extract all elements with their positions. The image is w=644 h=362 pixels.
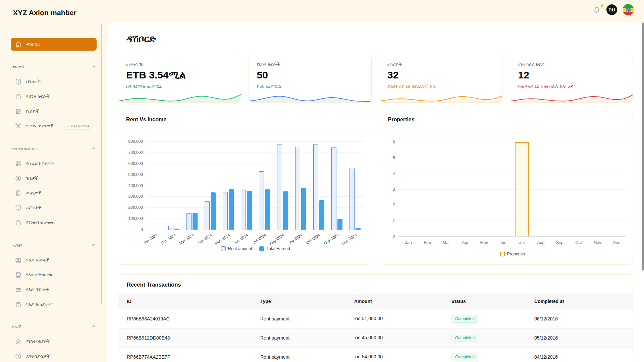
bar[interactable] (211, 192, 216, 230)
stat-subtext-label: ባጠቃላይ 12 ያልተከፈሉ አሉ (518, 84, 566, 89)
x-axis-tick-label: Aug (537, 240, 544, 245)
language-flag-button[interactable] (623, 4, 634, 15)
stat-value: 50 (257, 69, 364, 81)
bar-group: Dec (609, 142, 624, 236)
status-badge: Completed (451, 315, 478, 323)
main-scrollbar[interactable] (642, 22, 644, 270)
x-axis-tick-label: Apr (462, 240, 468, 245)
bar[interactable] (277, 144, 282, 230)
stat-label: ጠቅላላ ገቢ (126, 62, 233, 67)
bar-group: Jan-2024 (150, 141, 161, 230)
sidebar-item-label: ወጪዎች (26, 190, 41, 196)
y-axis-tick-label: 5 (393, 156, 395, 160)
transactions-title: Recent Transactions (118, 275, 633, 294)
charts-row: Rent Vs Income 0100,000200,000300,000400… (118, 110, 633, 265)
x-axis-tick-label: Jun (499, 240, 506, 245)
bar[interactable] (337, 219, 342, 230)
sidebar-section-others[interactable]: ሌሎች (11, 324, 97, 330)
stat-value: 12 (518, 69, 625, 81)
sidebar-item-label: ማስተካከያዎች (26, 339, 50, 344)
sidebar-item-label: ሪፖርቶች (26, 205, 41, 210)
sidebar-item-label: ህንጻዎች (26, 79, 41, 84)
recent-transactions-card: Recent Transactions ID Type Amount Statu… (118, 274, 633, 362)
bar[interactable] (193, 213, 198, 230)
bar-group: Jan (401, 142, 416, 236)
sidebar-item-activity[interactable]: እንቅስቃሴዎች (11, 350, 97, 362)
bar-group: Feb (420, 142, 434, 236)
sidebar-item-rent-payments[interactable]: የኪራይ ክፍያዎች (11, 157, 97, 170)
sidebar-item-building-units[interactable]: የህንጻ ክፍሎች (11, 90, 97, 103)
bar[interactable] (174, 229, 179, 230)
sidebar-section-warehouse[interactable]: መጋዘን (11, 242, 97, 248)
sidebar-item-item-purchases[interactable]: የእቃ ግዥዎች (11, 283, 97, 296)
bar-group: Apr-2024 (205, 141, 216, 230)
sidebar-item-item-types[interactable]: የእቃ አይነቶች (11, 253, 97, 267)
table-row[interactable]: RP66B912DD00E43 Rent payment ብር 45,000.0… (118, 328, 633, 347)
table-row[interactable]: RP66B774AA2BE7F Rent payment ብር 54,000.0… (118, 347, 633, 362)
bar[interactable] (515, 142, 529, 236)
rent-vs-income-plot[interactable]: 0100,000200,000300,000400,000500,000600,… (147, 141, 364, 230)
bar[interactable] (205, 201, 210, 230)
cell-status: Completed (443, 347, 526, 362)
blue-sparkline (249, 92, 372, 102)
bar[interactable] (295, 147, 300, 230)
bar[interactable] (223, 192, 228, 230)
y-axis-tick-label: 2 (393, 202, 395, 207)
bar[interactable] (229, 189, 234, 230)
bar[interactable] (241, 190, 246, 230)
sidebar-item-items-list[interactable]: የእቃዎች ዝርዝር (11, 268, 97, 282)
sidebar-item-incomes[interactable]: ገቢዎች (11, 172, 97, 185)
stats-row: ጠቅላላ ገቢ ETB 3.54ሚል በ3.54ሚል ጨምሯል የህንጻ ክፍሎ… (118, 55, 633, 103)
sidebar-item-dashboard[interactable]: ዳሽቦርድ (11, 38, 97, 51)
sidebar-item-reports[interactable]: ሪፖርቶች (11, 201, 97, 215)
bar[interactable] (259, 171, 264, 230)
stat-card-tenants: ተከራዮች 32 ያልተከራዩ 18 ክፍል/ሎች አሉ (379, 55, 502, 103)
app-header: XYZ Axion mahber 0 DU (0, 0, 644, 22)
legend-item-total-earned[interactable]: Total Earned (259, 246, 290, 251)
bar[interactable] (168, 226, 173, 230)
sidebar-item-maintenance-requests[interactable]: የጥገና ጥያቄዎች 3 ያልተስተናገዱ (11, 119, 97, 133)
user-avatar[interactable]: DU (606, 4, 617, 15)
sidebar-item-label: እንቅስቃሴዎች (26, 354, 50, 359)
y-axis-tick-label: 300,000 (128, 194, 143, 199)
legend-item-rent-amount[interactable]: Rent amount (221, 246, 252, 251)
header-actions: 0 DU (592, 4, 634, 15)
sidebar-item-money-transfer[interactable]: የገንዘብ ዝውውር (11, 216, 97, 229)
stat-subtext: በ3.54ሚል ጨምሯል (126, 84, 233, 89)
cell-id: RP66B98A24019AC (118, 309, 252, 328)
sidebar-item-buildings[interactable]: ህንጻዎች (11, 75, 97, 88)
bar[interactable] (186, 213, 192, 230)
sidebar-section-money-transfer[interactable]: የገንዘብ ዝውውር (11, 146, 97, 152)
bar[interactable] (265, 189, 270, 230)
y-axis-tick-label: 1 (393, 218, 395, 223)
sidebar-scrollbar[interactable] (101, 23, 102, 304)
bar[interactable] (331, 147, 336, 230)
properties-plot[interactable]: 0123456JanFebMarAprMayJunJulAugSepOctNov… (399, 142, 626, 236)
book-open-icon (15, 78, 22, 85)
bar-group: May-2024 (223, 141, 234, 230)
bar[interactable] (313, 144, 318, 230)
sidebar-item-rents[interactable]: ኪራዮች (11, 105, 97, 118)
bar[interactable] (350, 168, 355, 230)
y-axis-tick-label: 200,000 (128, 205, 143, 210)
notifications-button[interactable]: 0 (592, 5, 601, 14)
sidebar-item-settings[interactable]: ማስተካከያዎች (11, 335, 97, 348)
page-title: ዳሽቦርድ (126, 34, 633, 45)
bar[interactable] (319, 200, 324, 230)
x-axis-tick-label: Sep (556, 240, 564, 245)
legend-item-properties[interactable]: Properies (500, 252, 525, 256)
sidebar-section-buildings[interactable]: ህንጻዎች (11, 64, 97, 70)
sidebar-item-expenses[interactable]: ወጪዎች (11, 186, 97, 200)
bar[interactable] (283, 191, 288, 230)
stat-card-unpaid-payments: ያልተከፈለ ክፍያ 12 ባጠቃላይ 12 ያልተከፈሉ አሉ (510, 55, 633, 103)
y-axis-tick-label: 800,000 (128, 139, 143, 144)
bar[interactable] (247, 191, 252, 230)
cell-type: Rent payment (252, 347, 345, 362)
sidebar-item-item-usage[interactable]: የእቃ አጠቃቀም (11, 298, 97, 311)
database-icon (15, 272, 22, 279)
bar[interactable] (356, 228, 361, 230)
x-axis-tick-label: Feb (424, 240, 431, 245)
bar[interactable] (301, 188, 306, 230)
total-earned-swatch (259, 246, 264, 251)
table-row[interactable]: RP66B98A24019AC Rent payment ብር 51,000.0… (118, 309, 633, 328)
